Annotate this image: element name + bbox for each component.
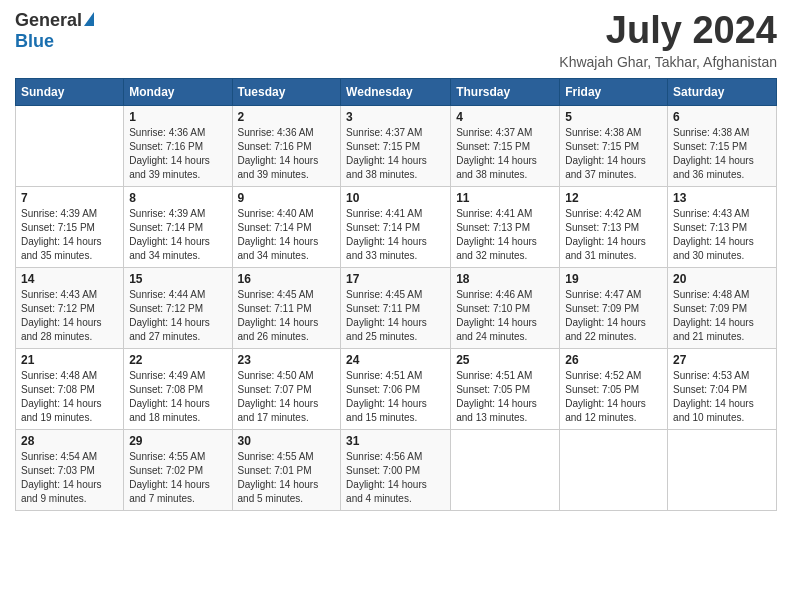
calendar-day-cell: 14Sunrise: 4:43 AMSunset: 7:12 PMDayligh… [16, 267, 124, 348]
weekday-header-cell: Thursday [451, 78, 560, 105]
calendar-day-cell: 1Sunrise: 4:36 AMSunset: 7:16 PMDaylight… [124, 105, 232, 186]
day-number: 13 [673, 191, 771, 205]
day-info: Sunrise: 4:55 AMSunset: 7:02 PMDaylight:… [129, 450, 226, 506]
day-info: Sunrise: 4:54 AMSunset: 7:03 PMDaylight:… [21, 450, 118, 506]
calendar-day-cell: 9Sunrise: 4:40 AMSunset: 7:14 PMDaylight… [232, 186, 341, 267]
day-info: Sunrise: 4:36 AMSunset: 7:16 PMDaylight:… [238, 126, 336, 182]
logo-blue-text: Blue [15, 31, 54, 52]
calendar-day-cell: 23Sunrise: 4:50 AMSunset: 7:07 PMDayligh… [232, 348, 341, 429]
day-number: 3 [346, 110, 445, 124]
day-info: Sunrise: 4:45 AMSunset: 7:11 PMDaylight:… [238, 288, 336, 344]
day-number: 17 [346, 272, 445, 286]
weekday-header-cell: Wednesday [341, 78, 451, 105]
day-info: Sunrise: 4:45 AMSunset: 7:11 PMDaylight:… [346, 288, 445, 344]
day-number: 9 [238, 191, 336, 205]
calendar-body: 1Sunrise: 4:36 AMSunset: 7:16 PMDaylight… [16, 105, 777, 510]
day-number: 28 [21, 434, 118, 448]
weekday-header-cell: Friday [560, 78, 668, 105]
day-number: 24 [346, 353, 445, 367]
calendar-week-row: 28Sunrise: 4:54 AMSunset: 7:03 PMDayligh… [16, 429, 777, 510]
calendar-day-cell: 30Sunrise: 4:55 AMSunset: 7:01 PMDayligh… [232, 429, 341, 510]
calendar-day-cell: 31Sunrise: 4:56 AMSunset: 7:00 PMDayligh… [341, 429, 451, 510]
day-info: Sunrise: 4:49 AMSunset: 7:08 PMDaylight:… [129, 369, 226, 425]
calendar-day-cell: 4Sunrise: 4:37 AMSunset: 7:15 PMDaylight… [451, 105, 560, 186]
day-number: 19 [565, 272, 662, 286]
day-number: 14 [21, 272, 118, 286]
day-info: Sunrise: 4:39 AMSunset: 7:14 PMDaylight:… [129, 207, 226, 263]
calendar-day-cell: 11Sunrise: 4:41 AMSunset: 7:13 PMDayligh… [451, 186, 560, 267]
day-info: Sunrise: 4:43 AMSunset: 7:13 PMDaylight:… [673, 207, 771, 263]
day-info: Sunrise: 4:56 AMSunset: 7:00 PMDaylight:… [346, 450, 445, 506]
day-info: Sunrise: 4:41 AMSunset: 7:13 PMDaylight:… [456, 207, 554, 263]
day-number: 6 [673, 110, 771, 124]
day-info: Sunrise: 4:38 AMSunset: 7:15 PMDaylight:… [565, 126, 662, 182]
calendar-day-cell: 6Sunrise: 4:38 AMSunset: 7:15 PMDaylight… [668, 105, 777, 186]
day-number: 16 [238, 272, 336, 286]
day-number: 10 [346, 191, 445, 205]
calendar-day-cell [451, 429, 560, 510]
calendar-day-cell: 24Sunrise: 4:51 AMSunset: 7:06 PMDayligh… [341, 348, 451, 429]
day-number: 23 [238, 353, 336, 367]
calendar-week-row: 21Sunrise: 4:48 AMSunset: 7:08 PMDayligh… [16, 348, 777, 429]
calendar-day-cell: 25Sunrise: 4:51 AMSunset: 7:05 PMDayligh… [451, 348, 560, 429]
calendar-day-cell: 16Sunrise: 4:45 AMSunset: 7:11 PMDayligh… [232, 267, 341, 348]
day-info: Sunrise: 4:51 AMSunset: 7:05 PMDaylight:… [456, 369, 554, 425]
calendar-day-cell: 3Sunrise: 4:37 AMSunset: 7:15 PMDaylight… [341, 105, 451, 186]
day-number: 2 [238, 110, 336, 124]
calendar-day-cell: 20Sunrise: 4:48 AMSunset: 7:09 PMDayligh… [668, 267, 777, 348]
calendar-week-row: 1Sunrise: 4:36 AMSunset: 7:16 PMDaylight… [16, 105, 777, 186]
calendar-day-cell: 10Sunrise: 4:41 AMSunset: 7:14 PMDayligh… [341, 186, 451, 267]
calendar-day-cell: 8Sunrise: 4:39 AMSunset: 7:14 PMDaylight… [124, 186, 232, 267]
header: General Blue July 2024 Khwajah Ghar, Tak… [15, 10, 777, 70]
calendar-day-cell: 21Sunrise: 4:48 AMSunset: 7:08 PMDayligh… [16, 348, 124, 429]
day-number: 27 [673, 353, 771, 367]
calendar-day-cell: 22Sunrise: 4:49 AMSunset: 7:08 PMDayligh… [124, 348, 232, 429]
day-info: Sunrise: 4:48 AMSunset: 7:09 PMDaylight:… [673, 288, 771, 344]
month-title: July 2024 [559, 10, 777, 52]
weekday-header-cell: Tuesday [232, 78, 341, 105]
day-number: 30 [238, 434, 336, 448]
logo-general-text: General [15, 10, 82, 31]
calendar-day-cell: 13Sunrise: 4:43 AMSunset: 7:13 PMDayligh… [668, 186, 777, 267]
calendar-day-cell [16, 105, 124, 186]
calendar-day-cell: 17Sunrise: 4:45 AMSunset: 7:11 PMDayligh… [341, 267, 451, 348]
day-info: Sunrise: 4:40 AMSunset: 7:14 PMDaylight:… [238, 207, 336, 263]
day-number: 26 [565, 353, 662, 367]
day-info: Sunrise: 4:55 AMSunset: 7:01 PMDaylight:… [238, 450, 336, 506]
calendar-day-cell: 19Sunrise: 4:47 AMSunset: 7:09 PMDayligh… [560, 267, 668, 348]
day-number: 5 [565, 110, 662, 124]
day-number: 25 [456, 353, 554, 367]
day-info: Sunrise: 4:50 AMSunset: 7:07 PMDaylight:… [238, 369, 336, 425]
calendar-day-cell: 5Sunrise: 4:38 AMSunset: 7:15 PMDaylight… [560, 105, 668, 186]
day-number: 8 [129, 191, 226, 205]
day-number: 29 [129, 434, 226, 448]
weekday-header-row: SundayMondayTuesdayWednesdayThursdayFrid… [16, 78, 777, 105]
day-number: 21 [21, 353, 118, 367]
weekday-header-cell: Saturday [668, 78, 777, 105]
calendar-day-cell: 7Sunrise: 4:39 AMSunset: 7:15 PMDaylight… [16, 186, 124, 267]
day-info: Sunrise: 4:42 AMSunset: 7:13 PMDaylight:… [565, 207, 662, 263]
day-info: Sunrise: 4:44 AMSunset: 7:12 PMDaylight:… [129, 288, 226, 344]
calendar-week-row: 14Sunrise: 4:43 AMSunset: 7:12 PMDayligh… [16, 267, 777, 348]
day-info: Sunrise: 4:37 AMSunset: 7:15 PMDaylight:… [456, 126, 554, 182]
day-number: 1 [129, 110, 226, 124]
day-info: Sunrise: 4:53 AMSunset: 7:04 PMDaylight:… [673, 369, 771, 425]
day-info: Sunrise: 4:41 AMSunset: 7:14 PMDaylight:… [346, 207, 445, 263]
day-number: 22 [129, 353, 226, 367]
day-info: Sunrise: 4:39 AMSunset: 7:15 PMDaylight:… [21, 207, 118, 263]
day-number: 18 [456, 272, 554, 286]
day-info: Sunrise: 4:46 AMSunset: 7:10 PMDaylight:… [456, 288, 554, 344]
calendar-day-cell [560, 429, 668, 510]
day-info: Sunrise: 4:37 AMSunset: 7:15 PMDaylight:… [346, 126, 445, 182]
calendar-table: SundayMondayTuesdayWednesdayThursdayFrid… [15, 78, 777, 511]
location-title: Khwajah Ghar, Takhar, Afghanistan [559, 54, 777, 70]
calendar-day-cell [668, 429, 777, 510]
day-info: Sunrise: 4:52 AMSunset: 7:05 PMDaylight:… [565, 369, 662, 425]
day-number: 11 [456, 191, 554, 205]
logo: General Blue [15, 10, 94, 52]
day-number: 4 [456, 110, 554, 124]
calendar-week-row: 7Sunrise: 4:39 AMSunset: 7:15 PMDaylight… [16, 186, 777, 267]
day-number: 31 [346, 434, 445, 448]
weekday-header-cell: Sunday [16, 78, 124, 105]
weekday-header-cell: Monday [124, 78, 232, 105]
